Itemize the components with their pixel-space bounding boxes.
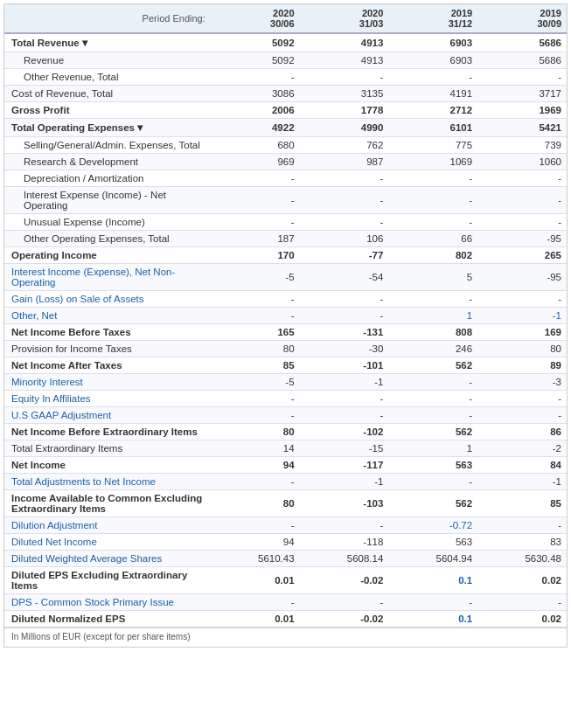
row-value: 80 (477, 341, 567, 357)
table-row: Equity In Affiliates---- (4, 391, 567, 407)
row-value: 563 (388, 534, 477, 551)
row-value: - (477, 69, 567, 86)
row-value: 562 (388, 490, 477, 517)
row-value: 5610.43 (211, 551, 300, 567)
row-label: Selling/General/Admin. Expenses, Total (4, 137, 211, 154)
row-value: 739 (477, 137, 567, 154)
row-value: 5092 (211, 33, 300, 52)
row-value: -1 (300, 474, 389, 490)
row-value: 5092 (211, 52, 300, 69)
row-label[interactable]: Minority Interest (4, 374, 211, 391)
row-value: - (477, 517, 567, 534)
table-row: Other Operating Expenses, Total18710666-… (4, 231, 567, 247)
row-label[interactable]: Diluted Net Income (4, 534, 211, 551)
table-row: Gross Profit2006177827121969 (4, 102, 567, 119)
row-value: 5 (388, 264, 477, 291)
table-row: Total Adjustments to Net Income--1--1 (4, 474, 567, 490)
row-value: - (211, 308, 300, 324)
row-value: -95 (477, 231, 567, 247)
row-value: 85 (477, 490, 567, 517)
table-row: Research & Development96998710691060 (4, 154, 567, 170)
row-label: Depreciation / Amortization (4, 170, 211, 187)
row-label: Net Income Before Extraordinary Items (4, 424, 211, 440)
row-value: -2 (477, 440, 567, 457)
row-value: - (388, 391, 477, 407)
row-value: - (300, 594, 389, 611)
row-value: 5608.14 (300, 551, 389, 567)
row-value: 170 (211, 247, 300, 264)
table-row: Net Income94-11756384 (4, 457, 567, 474)
row-value: -0.02 (300, 611, 389, 627)
row-value: -0.02 (300, 567, 389, 594)
row-label: Revenue (4, 52, 211, 69)
table-row: U.S GAAP Adjustment---- (4, 407, 567, 424)
row-value: - (300, 517, 389, 534)
row-value: 6903 (388, 33, 477, 52)
row-value: 775 (388, 137, 477, 154)
row-value: 4913 (300, 52, 389, 69)
row-label[interactable]: Total Adjustments to Net Income (4, 474, 211, 490)
row-label: Research & Development (4, 154, 211, 170)
row-label[interactable]: DPS - Common Stock Primary Issue (4, 594, 211, 611)
row-value: 2712 (388, 102, 477, 119)
table-row: Net Income Before Extraordinary Items80-… (4, 424, 567, 440)
row-value: 5604.94 (388, 551, 477, 567)
row-label[interactable]: U.S GAAP Adjustment (4, 407, 211, 424)
row-value: -95 (477, 264, 567, 291)
row-label[interactable]: Gain (Loss) on Sale of Assets (4, 291, 211, 308)
row-value: 5421 (477, 119, 567, 137)
col-header-1: 2020 30/06 (211, 4, 300, 33)
row-value: -54 (300, 264, 389, 291)
row-label: Income Available to Common Excluding Ext… (4, 490, 211, 517)
row-value: - (300, 407, 389, 424)
table-row: Net Income Before Taxes165-131808169 (4, 324, 567, 341)
row-label: Gross Profit (4, 102, 211, 119)
row-value: - (477, 291, 567, 308)
row-value: 80 (211, 341, 300, 357)
table-row: Net Income After Taxes85-10156289 (4, 357, 567, 374)
row-value: 94 (211, 534, 300, 551)
table-row: Diluted EPS Excluding Extraordinary Item… (4, 567, 567, 594)
row-value: -1 (477, 474, 567, 490)
table-row: Total Revenue ▾5092491369035686 (4, 33, 567, 52)
row-value: 5630.48 (477, 551, 567, 567)
row-value: 0.01 (211, 567, 300, 594)
row-value: 4191 (388, 86, 477, 102)
row-value: 4990 (300, 119, 389, 137)
row-value: 762 (300, 137, 389, 154)
row-value: - (388, 374, 477, 391)
row-label: Provision for Income Taxes (4, 341, 211, 357)
row-value: -77 (300, 247, 389, 264)
table-row: Diluted Normalized EPS0.01-0.020.10.02 (4, 611, 567, 627)
row-value: 0.1 (388, 567, 477, 594)
row-value: 246 (388, 341, 477, 357)
row-value: 808 (388, 324, 477, 341)
row-value: 85 (211, 357, 300, 374)
row-value: - (388, 214, 477, 231)
row-label[interactable]: Dilution Adjustment (4, 517, 211, 534)
row-value: -1 (300, 374, 389, 391)
row-label[interactable]: Diluted Weighted Average Shares (4, 551, 211, 567)
row-value: 3086 (211, 86, 300, 102)
row-value: 106 (300, 231, 389, 247)
row-value: 1060 (477, 154, 567, 170)
row-label: Other Revenue, Total (4, 69, 211, 86)
row-value: 5686 (477, 33, 567, 52)
table-row: Minority Interest-5-1--3 (4, 374, 567, 391)
row-label: Net Income After Taxes (4, 357, 211, 374)
row-value: 80 (211, 490, 300, 517)
table-row: Interest Expense (Income) - Net Operatin… (4, 187, 567, 214)
row-value: 80 (211, 424, 300, 440)
row-label: Net Income (4, 457, 211, 474)
col-header-2: 2020 31/03 (300, 4, 389, 33)
table-row: Cost of Revenue, Total3086313541913717 (4, 86, 567, 102)
row-value: -117 (300, 457, 389, 474)
row-label[interactable]: Interest Income (Expense), Net Non-Opera… (4, 264, 211, 291)
row-label[interactable]: Other, Net (4, 308, 211, 324)
row-value: 89 (477, 357, 567, 374)
row-value: - (477, 170, 567, 187)
table-row: Interest Income (Expense), Net Non-Opera… (4, 264, 567, 291)
row-value: 5686 (477, 52, 567, 69)
table-row: Provision for Income Taxes80-3024680 (4, 341, 567, 357)
row-label[interactable]: Equity In Affiliates (4, 391, 211, 407)
